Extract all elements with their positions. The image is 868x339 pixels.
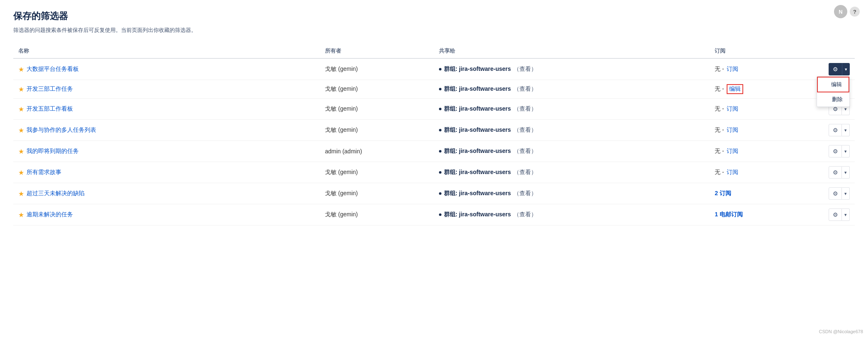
- name-cell: ★ 超过三天未解决的缺陷: [13, 183, 320, 204]
- owner-cell: admin (admin): [320, 141, 434, 162]
- gear-button[interactable]: ⚙: [829, 208, 842, 221]
- name-cell: ★ 我参与协作的多人任务列表: [13, 120, 320, 141]
- filter-name-text: 大数据平台任务看板: [27, 65, 79, 73]
- subscribe-cell: 无 - 订阅: [710, 162, 824, 183]
- filter-link[interactable]: ★ 开发三部工作任务: [18, 85, 315, 93]
- action-buttons: ⚙ ▾ 编辑 删除: [829, 63, 850, 75]
- subscribe-prefix: 无 -: [715, 148, 724, 155]
- filter-link[interactable]: ★ 我参与协作的多人任务列表: [18, 126, 315, 134]
- dropdown-toggle[interactable]: ▾: [842, 124, 850, 136]
- action-cell: ⚙ ▾: [824, 183, 855, 204]
- star-icon: ★: [18, 211, 24, 219]
- name-cell: ★ 所有需求故事: [13, 162, 320, 183]
- dropdown-toggle[interactable]: ▾: [842, 187, 850, 200]
- filter-name-text: 我参与协作的多人任务列表: [27, 126, 96, 134]
- page-title: 保存的筛选器: [13, 10, 855, 22]
- action-cell: ⚙ ▾: [824, 141, 855, 162]
- shared-dot: [439, 171, 441, 174]
- action-buttons: ⚙ ▾: [829, 166, 850, 179]
- dropdown-toggle[interactable]: ▾: [842, 166, 850, 179]
- watermark: CSDN @Nicolage678: [819, 329, 863, 334]
- action-cell: ⚙ ▾: [824, 162, 855, 183]
- shared-dot: [439, 108, 441, 110]
- shared-permission: （查看）: [514, 85, 537, 93]
- help-icon[interactable]: ?: [850, 7, 860, 17]
- star-icon: ★: [18, 65, 24, 73]
- table-header: 名称 所有者 共享给 订阅: [13, 44, 855, 58]
- star-icon: ★: [18, 85, 24, 93]
- subscribe-cell: 无 - 订阅: [710, 99, 824, 120]
- dropdown-toggle[interactable]: ▾: [842, 145, 850, 157]
- delete-menu-item[interactable]: 删除: [817, 92, 849, 107]
- filter-name-text: 超过三天未解决的缺陷: [27, 190, 85, 197]
- gear-button[interactable]: ⚙: [829, 145, 842, 157]
- dropdown-toggle[interactable]: ▾: [842, 63, 850, 75]
- subscribe-prefix: 无 -: [715, 105, 724, 113]
- action-buttons: ⚙ ▾: [829, 208, 850, 221]
- subscribe-cell: 无 - 订阅: [710, 58, 824, 80]
- subscribe-prefix: 无 -: [715, 85, 724, 93]
- shared-group: 群组: jira-software-users: [444, 211, 511, 218]
- subscribe-link[interactable]: 订阅: [727, 65, 738, 73]
- gear-button[interactable]: ⚙: [829, 166, 842, 179]
- shared-group: 群组: jira-software-users: [444, 105, 511, 113]
- filter-link[interactable]: ★ 开发五部工作看板: [18, 105, 315, 113]
- table-row: ★ 超过三天未解决的缺陷 戈敏 (gemin) 群组: jira-softwar…: [13, 183, 855, 204]
- shared-group: 群组: jira-software-users: [444, 148, 511, 155]
- shared-cell: 群组: jira-software-users （查看）: [434, 80, 710, 99]
- shared-permission: （查看）: [514, 169, 537, 176]
- edit-menu-item[interactable]: 编辑: [817, 77, 849, 92]
- owner-cell: 戈敏 (gemin): [320, 183, 434, 204]
- filters-table: 名称 所有者 共享给 订阅 ★ 大数据平台任务看板 戈敏 (gemin) 群组:…: [13, 44, 855, 225]
- star-icon: ★: [18, 169, 24, 177]
- action-buttons: ⚙ ▾: [829, 145, 850, 157]
- shared-dot: [439, 192, 441, 195]
- table-row: ★ 我的即将到期的任务 admin (admin) 群组: jira-softw…: [13, 141, 855, 162]
- dropdown-menu: 编辑 删除: [817, 76, 850, 107]
- subscribe-prefix: 无 -: [715, 126, 724, 134]
- owner-cell: 戈敏 (gemin): [320, 204, 434, 225]
- action-buttons: ⚙ ▾: [829, 187, 850, 200]
- col-header-name: 名称: [13, 44, 320, 58]
- shared-group: 群组: jira-software-users: [444, 65, 511, 73]
- filter-name-text: 开发三部工作任务: [27, 85, 73, 93]
- table-body: ★ 大数据平台任务看板 戈敏 (gemin) 群组: jira-software…: [13, 58, 855, 225]
- subscribe-link[interactable]: 订阅: [727, 148, 738, 155]
- filter-link[interactable]: ★ 大数据平台任务看板: [18, 65, 315, 73]
- name-cell: ★ 开发三部工作任务: [13, 80, 320, 99]
- owner-cell: 戈敏 (gemin): [320, 120, 434, 141]
- gear-button[interactable]: ⚙: [829, 63, 842, 75]
- filter-link[interactable]: ★ 超过三天未解决的缺陷: [18, 190, 315, 198]
- shared-permission: （查看）: [514, 126, 537, 134]
- subscribe-link[interactable]: 编辑: [727, 84, 743, 94]
- gear-button[interactable]: ⚙: [829, 124, 842, 136]
- shared-cell: 群组: jira-software-users （查看）: [434, 141, 710, 162]
- gear-button[interactable]: ⚙: [829, 187, 842, 200]
- user-avatar[interactable]: N: [834, 5, 847, 18]
- shared-permission: （查看）: [514, 211, 537, 218]
- subscribe-cell: 1 电邮订阅: [710, 204, 824, 225]
- subscribe-link[interactable]: 订阅: [727, 126, 738, 134]
- action-cell: ⚙ ▾: [824, 204, 855, 225]
- shared-cell: 群组: jira-software-users （查看）: [434, 204, 710, 225]
- table-row: ★ 大数据平台任务看板 戈敏 (gemin) 群组: jira-software…: [13, 58, 855, 80]
- top-right-area: N ?: [834, 5, 860, 18]
- shared-permission: （查看）: [514, 190, 537, 197]
- filter-link[interactable]: ★ 我的即将到期的任务: [18, 148, 315, 155]
- col-header-shared: 共享给: [434, 44, 710, 58]
- subscribe-link[interactable]: 订阅: [727, 105, 738, 113]
- filter-link[interactable]: ★ 逾期未解决的任务: [18, 211, 315, 219]
- shared-group: 群组: jira-software-users: [444, 190, 511, 197]
- shared-permission: （查看）: [514, 65, 537, 73]
- dropdown-toggle[interactable]: ▾: [842, 208, 850, 221]
- subscribe-cell: 2 订阅: [710, 183, 824, 204]
- page-description: 筛选器的问题搜索条件被保存后可反复使用。当前页面列出你收藏的筛选器。: [13, 27, 855, 34]
- name-cell: ★ 逾期未解决的任务: [13, 204, 320, 225]
- subscribe-link[interactable]: 订阅: [727, 169, 738, 176]
- table-row: ★ 开发五部工作看板 戈敏 (gemin) 群组: jira-software-…: [13, 99, 855, 120]
- shared-dot: [439, 68, 441, 70]
- shared-dot: [439, 129, 441, 131]
- shared-dot: [439, 88, 441, 90]
- shared-group: 群组: jira-software-users: [444, 85, 511, 93]
- filter-link[interactable]: ★ 所有需求故事: [18, 169, 315, 177]
